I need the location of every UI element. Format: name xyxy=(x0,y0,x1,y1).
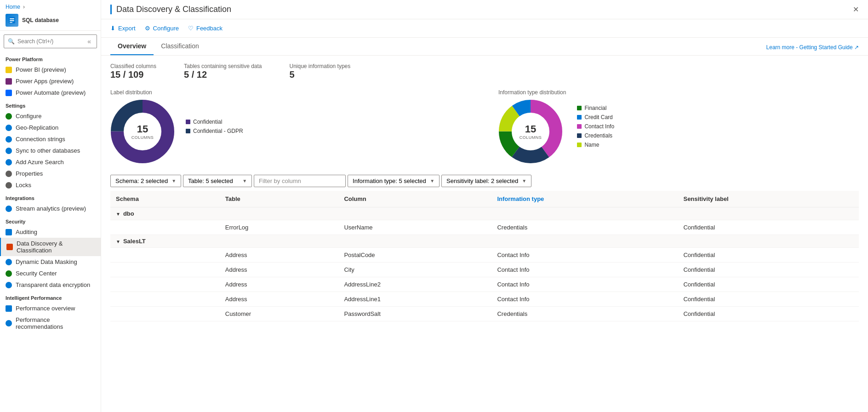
configure-button[interactable]: ⚙ Configure xyxy=(145,23,179,34)
schema-filter-chevron: ▼ xyxy=(171,178,176,183)
label-distribution-chart: Label distribution 15 COLUMNS xyxy=(110,89,471,164)
sidebar-item-label-transparent-data: Transparent data encryption xyxy=(16,281,90,288)
db-name-label: SQL database xyxy=(22,17,59,23)
col-column: Column xyxy=(338,191,491,207)
stream-analytics-icon xyxy=(6,206,12,212)
sidebar-section-intelligent-performance: Intelligent Performance xyxy=(0,291,101,303)
cell-info-type: Contact Info xyxy=(491,292,678,307)
cell-sensitivity: Confidential xyxy=(678,263,859,277)
col-info-type: Information type xyxy=(491,191,678,207)
sidebar-item-label-geo-replication: Geo-Replication xyxy=(16,124,58,131)
cell-sensitivity: Confidential xyxy=(678,220,859,235)
sidebar-nav: Power PlatformPower BI (preview)Power Ap… xyxy=(0,52,101,332)
sidebar: Home › SQL database 🔍 « Power PlatformPo… xyxy=(0,0,101,412)
auditing-icon xyxy=(6,229,12,235)
feedback-button[interactable]: ♡ Feedback xyxy=(188,23,223,34)
sidebar-section-power-platform: Power Platform xyxy=(0,52,101,64)
legend-confidential: Confidential xyxy=(186,119,243,125)
legend-contact-info: Contact Info xyxy=(577,123,614,130)
sidebar-item-performance-recommendations[interactable]: Performance recommendations xyxy=(0,314,101,332)
sidebar-item-label-security-center: Security Center xyxy=(16,270,57,277)
label-donut: 15 COLUMNS xyxy=(110,99,175,164)
sql-database-icon xyxy=(6,14,18,27)
sidebar-item-label-sync-to-other: Sync to other databases xyxy=(16,147,80,154)
breadcrumb: Home › xyxy=(0,0,101,10)
legend-confidential-gdpr: Confidential - GDPR xyxy=(186,128,243,134)
configure-icon xyxy=(6,113,12,120)
cell-table: Customer xyxy=(220,307,339,321)
sidebar-item-performance-overview[interactable]: Performance overview xyxy=(0,303,101,314)
sidebar-item-security-center[interactable]: Security Center xyxy=(0,268,101,279)
info-type-filter[interactable]: Information type: 5 selected ▼ xyxy=(348,175,440,187)
sidebar-item-stream-analytics[interactable]: Stream analytics (preview) xyxy=(0,203,101,214)
sidebar-item-sync-to-other[interactable]: Sync to other databases xyxy=(0,145,101,156)
collapse-button[interactable]: « xyxy=(86,37,93,46)
sidebar-item-locks[interactable]: Locks xyxy=(0,179,101,191)
connection-strings-icon xyxy=(6,136,12,143)
export-icon: ⬇ xyxy=(110,25,115,32)
stat-tables-sensitive: Tables containing sensitive data 5 / 12 xyxy=(184,63,262,80)
filters-row: Schema: 2 selected ▼ Table: 5 selected ▼… xyxy=(110,175,859,187)
tab-overview[interactable]: Overview xyxy=(110,38,154,55)
sidebar-item-power-automate[interactable]: Power Automate (preview) xyxy=(0,87,101,98)
sidebar-item-label-power-apps: Power Apps (preview) xyxy=(16,78,74,85)
sidebar-item-transparent-data[interactable]: Transparent data encryption xyxy=(0,279,101,291)
feedback-label: Feedback xyxy=(196,25,223,32)
col-table: Table xyxy=(220,191,339,207)
cell-schema xyxy=(110,248,220,263)
sidebar-item-label-power-bi: Power BI (preview) xyxy=(16,66,66,73)
tab-classification[interactable]: Classification xyxy=(154,38,206,55)
table-row: ErrorLog UserName Credentials Confidenti… xyxy=(110,220,859,235)
search-container[interactable]: 🔍 « xyxy=(4,34,97,48)
cell-column: AddressLine2 xyxy=(338,277,491,292)
sidebar-item-dynamic-data-masking[interactable]: Dynamic Data Masking xyxy=(0,256,101,268)
column-filter[interactable]: Filter by column xyxy=(254,175,346,187)
sidebar-item-label-add-azure-search: Add Azure Search xyxy=(16,159,64,166)
table-group-row[interactable]: ▼dbo xyxy=(110,207,859,220)
sensitivity-filter[interactable]: Sensitivity label: 2 selected ▼ xyxy=(441,175,531,187)
sidebar-section-security: Security xyxy=(0,214,101,226)
table-filter[interactable]: Table: 5 selected ▼ xyxy=(183,175,252,187)
col-schema: Schema xyxy=(110,191,220,207)
cell-column: PostalCode xyxy=(338,248,491,263)
info-type-filter-chevron: ▼ xyxy=(430,178,434,183)
sidebar-section-settings: Settings xyxy=(0,98,101,110)
export-button[interactable]: ⬇ Export xyxy=(110,23,136,34)
sidebar-item-configure[interactable]: Configure xyxy=(0,110,101,122)
sidebar-item-power-apps[interactable]: Power Apps (preview) xyxy=(0,75,101,87)
sidebar-item-connection-strings[interactable]: Connection strings xyxy=(0,133,101,145)
sidebar-item-label-dynamic-data-masking: Dynamic Data Masking xyxy=(16,258,77,265)
cell-schema xyxy=(110,277,220,292)
sidebar-item-data-discovery[interactable]: Data Discovery & Classification xyxy=(0,238,101,256)
label-legend: Confidential Confidential - GDPR xyxy=(186,119,243,134)
sidebar-item-label-performance-overview: Performance overview xyxy=(16,305,75,312)
feedback-icon: ♡ xyxy=(188,25,194,32)
learn-more-link[interactable]: Learn more - Getting Started Guide ↗ xyxy=(766,40,859,55)
sidebar-item-properties[interactable]: Properties xyxy=(0,168,101,179)
sidebar-item-geo-replication[interactable]: Geo-Replication xyxy=(0,122,101,133)
sidebar-item-add-azure-search[interactable]: Add Azure Search xyxy=(0,156,101,168)
dynamic-data-masking-icon xyxy=(6,259,12,265)
info-type-legend: Financial Credit Card Contact Info Crede… xyxy=(577,105,614,148)
breadcrumb-home[interactable]: Home xyxy=(6,4,20,10)
info-type-distribution-chart: Information type distribution xyxy=(498,89,859,164)
power-apps-icon xyxy=(6,78,12,85)
svg-rect-3 xyxy=(10,22,12,23)
cell-schema xyxy=(110,292,220,307)
performance-overview-icon xyxy=(6,305,12,312)
table-group-row[interactable]: ▼SalesLT xyxy=(110,235,859,248)
export-label: Export xyxy=(118,25,136,32)
data-table: Schema Table Column Information type Sen… xyxy=(110,191,859,321)
page-title: Data Discovery & Classification xyxy=(110,5,231,14)
close-button[interactable]: ✕ xyxy=(853,5,859,14)
sidebar-item-power-bi[interactable]: Power BI (preview) xyxy=(0,64,101,75)
label-dist-title: Label distribution xyxy=(110,89,175,96)
search-input[interactable] xyxy=(17,38,83,45)
sidebar-item-auditing[interactable]: Auditing xyxy=(0,226,101,238)
tab-list: Overview Classification xyxy=(110,38,206,55)
table-row: Address AddressLine1 Contact Info Confid… xyxy=(110,292,859,307)
data-discovery-icon xyxy=(6,244,13,250)
cell-info-type: Contact Info xyxy=(491,277,678,292)
cell-info-type: Credentials xyxy=(491,307,678,321)
schema-filter[interactable]: Schema: 2 selected ▼ xyxy=(110,175,181,187)
